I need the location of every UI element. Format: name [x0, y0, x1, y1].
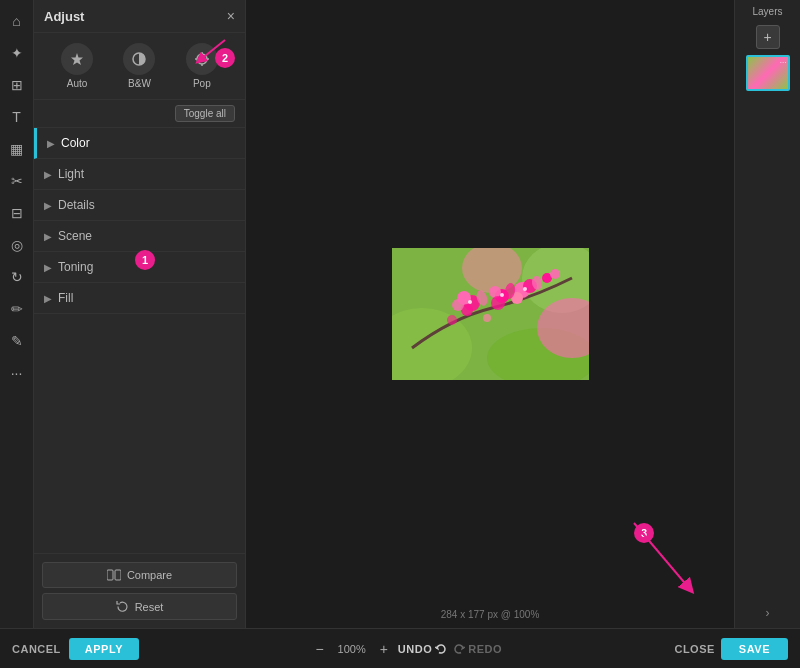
auto-label: Auto [67, 78, 88, 89]
canvas-area: 284 x 177 px @ 100% 3 [246, 0, 734, 628]
section-fill[interactable]: ▶ Fill [34, 283, 245, 314]
section-light[interactable]: ▶ Light [34, 159, 245, 190]
close-button[interactable]: CLOSE [674, 643, 714, 655]
save-button[interactable]: SAVE [721, 638, 788, 660]
toolbar-more[interactable]: ··· [4, 360, 30, 386]
section-scene[interactable]: ▶ Scene [34, 221, 245, 252]
layers-chevron-icon[interactable]: › [766, 598, 770, 628]
bottom-left: CANCEL APPLY [12, 638, 139, 660]
annotation-1: 1 [135, 250, 155, 270]
bottom-center: − 100% + UNDO REDO [311, 639, 502, 659]
preset-auto[interactable]: Auto [61, 43, 93, 89]
toning-chevron: ▶ [44, 262, 52, 273]
zoom-in-button[interactable]: + [376, 639, 392, 659]
toolbar-refresh[interactable]: ↻ [4, 264, 30, 290]
color-chevron: ▶ [47, 138, 55, 149]
toggle-all-button[interactable]: Toggle all [175, 105, 235, 122]
svg-point-33 [468, 300, 472, 304]
svg-point-22 [491, 296, 505, 310]
svg-point-19 [452, 299, 464, 311]
svg-point-2 [200, 57, 204, 61]
section-details-label: Details [58, 198, 95, 212]
toolbar-move[interactable]: ✦ [4, 40, 30, 66]
svg-point-35 [523, 287, 527, 291]
undo-label: UNDO [398, 643, 432, 655]
reset-icon [116, 600, 129, 613]
section-toning[interactable]: ▶ Toning 1 [34, 252, 245, 283]
svg-rect-9 [115, 570, 121, 580]
section-fill-label: Fill [58, 291, 73, 305]
preset-bw[interactable]: B&W [123, 43, 155, 89]
cancel-button[interactable]: CANCEL [12, 643, 61, 655]
adjust-sections: ▶ Color ▶ Light ▶ Details ▶ Scene ▶ Toni… [34, 128, 245, 553]
bottom-bar: CANCEL APPLY − 100% + UNDO REDO CLOSE SA… [0, 628, 800, 668]
preset-pop[interactable]: Pop [186, 43, 218, 89]
adjust-actions: Compare Reset [34, 553, 245, 628]
bottom-right: CLOSE SAVE [674, 638, 788, 660]
toolbar-circle[interactable]: ◎ [4, 232, 30, 258]
redo-button[interactable]: REDO [453, 643, 502, 655]
adjust-panel-title: Adjust [44, 9, 84, 24]
section-color-label: Color [61, 136, 90, 150]
compare-icon [107, 569, 121, 581]
undo-icon [435, 643, 447, 655]
redo-icon [453, 643, 465, 655]
scene-chevron: ▶ [44, 231, 52, 242]
reset-label: Reset [135, 601, 164, 613]
reset-button[interactable]: Reset [42, 593, 237, 620]
layers-title: Layers [752, 4, 782, 19]
pop-label: Pop [193, 78, 211, 89]
svg-point-34 [500, 293, 504, 297]
svg-point-30 [550, 269, 560, 279]
zoom-level: 100% [334, 643, 370, 655]
annotation-arrow-3 [594, 508, 714, 608]
svg-point-31 [483, 314, 491, 322]
layers-panel: Layers + ··· › [734, 0, 800, 628]
toolbar-text[interactable]: T [4, 104, 30, 130]
zoom-out-button[interactable]: − [311, 639, 327, 659]
details-chevron: ▶ [44, 200, 52, 211]
compare-label: Compare [127, 569, 172, 581]
section-scene-label: Scene [58, 229, 92, 243]
svg-rect-8 [107, 570, 113, 580]
compare-button[interactable]: Compare [42, 562, 237, 588]
main-area: ⌂ ✦ ⊞ T ▦ ✂ ⊟ ◎ ↻ ✏ ✎ ··· Adjust × Auto [0, 0, 800, 628]
presets-row: Auto B&W Pop [34, 33, 245, 100]
photo-image [392, 248, 589, 380]
svg-line-36 [634, 523, 689, 588]
toolbar-scissors[interactable]: ✂ [4, 168, 30, 194]
section-light-label: Light [58, 167, 84, 181]
svg-point-32 [447, 315, 457, 325]
photo-container [392, 248, 589, 380]
toolbar-brush[interactable]: ▦ [4, 136, 30, 162]
toolbar-crop[interactable]: ⊞ [4, 72, 30, 98]
canvas-info: 284 x 177 px @ 100% [441, 609, 540, 620]
adjust-header: Adjust × [34, 0, 245, 33]
bw-icon [123, 43, 155, 75]
layer-thumbnail[interactable]: ··· [746, 55, 790, 91]
undo-button[interactable]: UNDO [398, 643, 447, 655]
toolbar-pen[interactable]: ✏ [4, 296, 30, 322]
toggle-all-row: Toggle all [34, 100, 245, 128]
add-layer-button[interactable]: + [756, 25, 780, 49]
fill-chevron: ▶ [44, 293, 52, 304]
layer-options-icon[interactable]: ··· [780, 58, 787, 67]
auto-icon [61, 43, 93, 75]
redo-label: REDO [468, 643, 502, 655]
pop-icon [186, 43, 218, 75]
section-toning-label: Toning [58, 260, 93, 274]
toolbar-sliders[interactable]: ⊟ [4, 200, 30, 226]
section-color[interactable]: ▶ Color [34, 128, 245, 159]
adjust-close-button[interactable]: × [227, 8, 235, 24]
light-chevron: ▶ [44, 169, 52, 180]
apply-button[interactable]: APPLY [69, 638, 139, 660]
left-toolbar: ⌂ ✦ ⊞ T ▦ ✂ ⊟ ◎ ↻ ✏ ✎ ··· [0, 0, 34, 628]
annotation-3: 3 [634, 523, 654, 543]
adjust-panel: Adjust × Auto B&W Pop [34, 0, 246, 628]
toolbar-pencil[interactable]: ✎ [4, 328, 30, 354]
bw-label: B&W [128, 78, 151, 89]
section-details[interactable]: ▶ Details [34, 190, 245, 221]
toolbar-home[interactable]: ⌂ [4, 8, 30, 34]
